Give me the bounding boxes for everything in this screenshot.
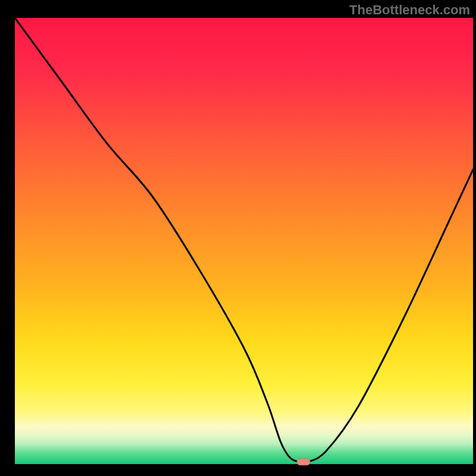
optimal-marker	[297, 459, 310, 465]
plot-background	[15, 18, 473, 464]
bottleneck-chart	[0, 0, 476, 476]
chart-frame: TheBottleneck.com	[0, 0, 476, 476]
attribution-label: TheBottleneck.com	[349, 2, 470, 18]
